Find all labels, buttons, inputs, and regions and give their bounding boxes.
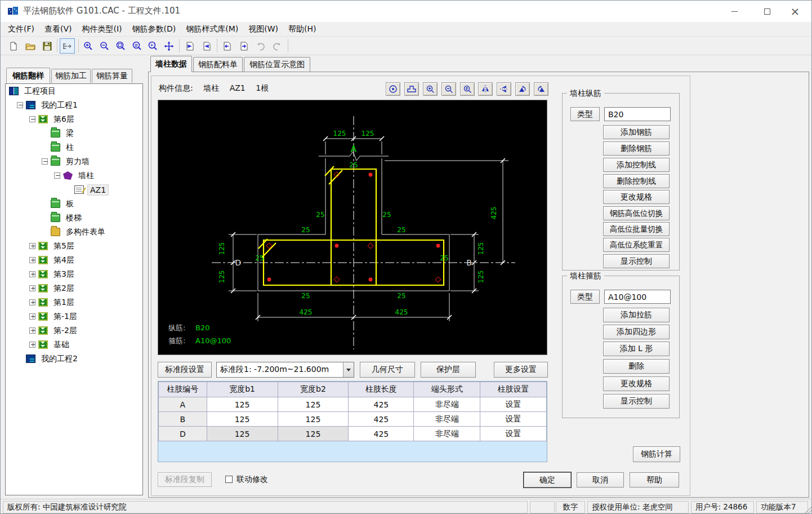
save-button[interactable] (39, 38, 55, 54)
undo-button[interactable] (253, 38, 268, 54)
geometry-size-button[interactable]: 几何尺寸 (360, 362, 415, 378)
ok-button[interactable]: 确定 (524, 472, 571, 488)
stirrup-type-button[interactable]: 类型 (570, 290, 600, 304)
linked-edit-checkbox[interactable] (225, 476, 233, 483)
cancel-button[interactable]: 取消 (577, 472, 624, 488)
tree-item-column[interactable]: 柱 (6, 140, 142, 154)
previous-item-button[interactable] (219, 38, 234, 54)
tree-item-project-root[interactable]: 工程项目 (6, 84, 142, 98)
canvas-zoom-extents-button[interactable] (460, 82, 475, 96)
tree-item-floor-1[interactable]: 第1层 (6, 295, 142, 309)
collapse-icon[interactable] (29, 116, 35, 122)
expand-icon[interactable] (29, 257, 35, 263)
tree-item-multi-component-list[interactable]: 多构件表单 (6, 225, 142, 239)
cell-b1[interactable]: 125 (207, 412, 278, 427)
tree-item-floor-2[interactable]: 第2层 (6, 281, 142, 295)
toggle-tree-panel-button[interactable] (60, 38, 75, 54)
menu-component-type[interactable]: 构件类型(I) (77, 23, 127, 36)
tree-item-foundation[interactable]: 基础 (6, 338, 142, 352)
origin-button[interactable] (386, 82, 400, 96)
menu-viewport[interactable]: 视图(W) (243, 23, 283, 36)
minimize-button[interactable] (721, 1, 747, 22)
close-button[interactable]: × (782, 1, 808, 22)
tree-item-shear-wall[interactable]: 剪力墙 (6, 154, 142, 169)
new-file-button[interactable] (6, 38, 21, 54)
cell-limb-settings[interactable]: 设置 (480, 412, 547, 427)
fit-section-button[interactable] (404, 82, 419, 96)
high-low-batch-toggle-button[interactable]: 高低位批量切换 (603, 222, 670, 236)
expand-icon[interactable] (29, 285, 35, 291)
mirror-horizontal-button[interactable] (497, 82, 511, 96)
zoom-window-button[interactable] (113, 38, 128, 54)
add-l-shape-button[interactable]: 添加 L 形 (603, 342, 670, 356)
canvas-zoom-out-button[interactable] (441, 82, 456, 96)
change-spec-button[interactable]: 更改规格 (603, 190, 670, 204)
change-spec-button[interactable]: 更改规格 (603, 376, 670, 391)
vertical-type-field[interactable]: B20 (604, 107, 671, 121)
tree-item-floor-3[interactable]: 第3层 (6, 267, 142, 281)
tab-rebar-quantity[interactable]: 钢筋算量 (92, 69, 132, 83)
menu-rebar-style-lib[interactable]: 钢筋样式库(M) (181, 23, 243, 36)
rebar-high-low-toggle-button[interactable]: 钢筋高低位切换 (603, 206, 670, 220)
tree-item-slab[interactable]: 板 (6, 197, 142, 211)
pan-button[interactable] (161, 38, 176, 54)
delete-control-line-button[interactable]: 删除控制线 (603, 174, 670, 188)
cell-length[interactable]: 425 (349, 412, 414, 427)
cad-canvas[interactable]: 125 125 25 25 25 25 25 25 25 25 25 425 4… (158, 100, 547, 355)
tree-item-floor-minus2[interactable]: 第-2层 (6, 324, 142, 338)
cell-end-type[interactable]: 非尽端 (414, 412, 480, 427)
cell-b2[interactable]: 125 (278, 412, 349, 427)
rotate-cw-button[interactable] (534, 82, 548, 96)
tab-wall-column-data[interactable]: 墙柱数据 (150, 56, 192, 72)
tab-rebar-position-diagram[interactable]: 钢筋位置示意图 (244, 57, 310, 72)
first-item-button[interactable] (182, 38, 197, 54)
menu-file[interactable]: 文件(F) (3, 23, 39, 36)
expand-icon[interactable] (29, 313, 35, 320)
display-control-button[interactable]: 显示控制 (603, 394, 670, 409)
redo-button[interactable] (270, 38, 285, 54)
collapse-icon[interactable] (42, 158, 48, 165)
zoom-previous-button[interactable] (145, 38, 160, 54)
cell-b1[interactable]: 125 (207, 397, 278, 412)
collapse-icon[interactable] (17, 102, 23, 108)
rotate-ccw-button[interactable] (515, 82, 530, 96)
canvas-zoom-in-button[interactable] (423, 82, 438, 96)
cell-b2[interactable]: 125 (278, 397, 349, 412)
cell-b1[interactable]: 125 (207, 427, 278, 441)
display-control-button[interactable]: 显示控制 (603, 254, 670, 268)
rebar-calculate-button[interactable]: 钢筋计算 (633, 446, 680, 462)
cover-layer-button[interactable]: 保护层 (421, 362, 476, 378)
maximize-button[interactable] (754, 1, 780, 22)
tree-item-floor-5[interactable]: 第5层 (6, 239, 142, 253)
chevron-down-icon[interactable] (343, 362, 354, 377)
linked-edit-option[interactable]: 联动修改 (225, 475, 268, 485)
tree-item-my-project-1[interactable]: 我的工程1 (6, 98, 142, 112)
cell-end-type[interactable]: 非尽端 (414, 397, 480, 412)
expand-icon[interactable] (29, 271, 35, 277)
zoom-in-button[interactable] (81, 38, 96, 54)
cell-end-type[interactable]: 非尽端 (414, 427, 480, 441)
standard-segment-combo[interactable]: 标准段1: -7.200m~21.600m (216, 362, 354, 378)
expand-icon[interactable] (29, 299, 35, 305)
resize-grip[interactable] (804, 506, 812, 514)
zoom-extents-button[interactable] (130, 38, 145, 54)
tab-rebar-schedule[interactable]: 钢筋配料单 (193, 57, 243, 72)
high-low-system-reset-button[interactable]: 高低位系统重置 (603, 238, 670, 252)
menu-help[interactable]: 帮助(H) (283, 23, 321, 36)
vertical-type-button[interactable]: 类型 (570, 107, 600, 121)
tree-item-beam[interactable]: 梁 (6, 126, 142, 140)
cell-limb-settings[interactable]: 设置 (480, 427, 547, 441)
add-rebar-button[interactable]: 添加钢筋 (603, 125, 670, 139)
menu-view[interactable]: 查看(V) (39, 23, 77, 36)
expand-icon[interactable] (29, 327, 35, 334)
expand-icon[interactable] (29, 342, 35, 348)
tree-item-floor-6[interactable]: 第6层 (6, 112, 142, 126)
menu-rebar-params[interactable]: 钢筋参数(D) (127, 23, 181, 36)
tab-rebar-detailing[interactable]: 钢筋翻样 (6, 68, 50, 83)
tab-rebar-processing[interactable]: 钢筋加工 (51, 69, 91, 83)
cell-length[interactable]: 425 (349, 397, 414, 412)
expand-icon[interactable] (29, 243, 35, 249)
cell-limb-settings[interactable]: 设置 (480, 397, 547, 412)
open-file-button[interactable] (23, 38, 38, 54)
tree-item-floor-4[interactable]: 第4层 (6, 253, 142, 267)
